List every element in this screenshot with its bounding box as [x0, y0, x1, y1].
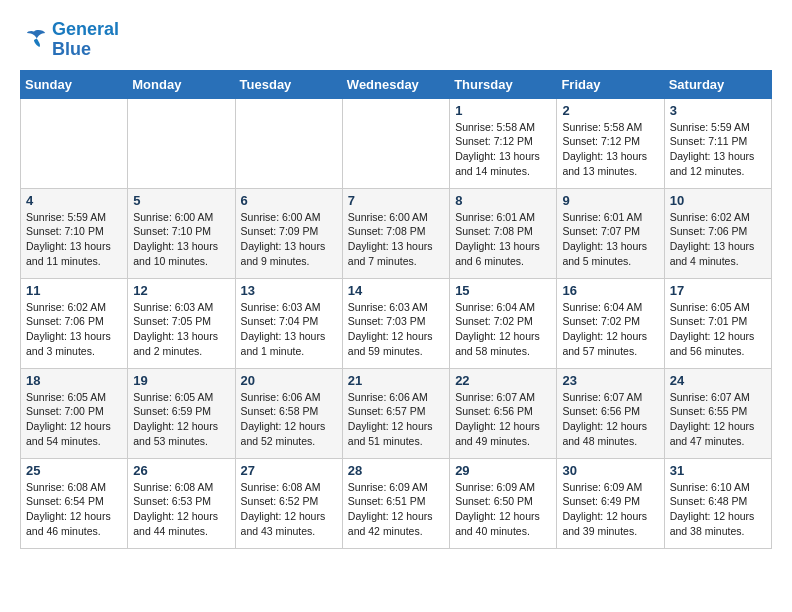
- calendar-cell: 5Sunrise: 6:00 AM Sunset: 7:10 PM Daylig…: [128, 188, 235, 278]
- day-info: Sunrise: 5:58 AM Sunset: 7:12 PM Dayligh…: [562, 120, 658, 179]
- calendar-cell: 13Sunrise: 6:03 AM Sunset: 7:04 PM Dayli…: [235, 278, 342, 368]
- day-info: Sunrise: 6:05 AM Sunset: 7:00 PM Dayligh…: [26, 390, 122, 449]
- day-info: Sunrise: 6:00 AM Sunset: 7:08 PM Dayligh…: [348, 210, 444, 269]
- day-info: Sunrise: 6:10 AM Sunset: 6:48 PM Dayligh…: [670, 480, 766, 539]
- day-info: Sunrise: 6:06 AM Sunset: 6:58 PM Dayligh…: [241, 390, 337, 449]
- day-number: 21: [348, 373, 444, 388]
- day-info: Sunrise: 6:01 AM Sunset: 7:08 PM Dayligh…: [455, 210, 551, 269]
- calendar-cell: 6Sunrise: 6:00 AM Sunset: 7:09 PM Daylig…: [235, 188, 342, 278]
- calendar-cell: 28Sunrise: 6:09 AM Sunset: 6:51 PM Dayli…: [342, 458, 449, 548]
- calendar-cell: 29Sunrise: 6:09 AM Sunset: 6:50 PM Dayli…: [450, 458, 557, 548]
- day-info: Sunrise: 6:04 AM Sunset: 7:02 PM Dayligh…: [562, 300, 658, 359]
- calendar-cell: 15Sunrise: 6:04 AM Sunset: 7:02 PM Dayli…: [450, 278, 557, 368]
- day-info: Sunrise: 6:09 AM Sunset: 6:51 PM Dayligh…: [348, 480, 444, 539]
- day-info: Sunrise: 6:08 AM Sunset: 6:54 PM Dayligh…: [26, 480, 122, 539]
- day-number: 19: [133, 373, 229, 388]
- day-number: 26: [133, 463, 229, 478]
- logo-text: General Blue: [52, 20, 119, 60]
- day-number: 1: [455, 103, 551, 118]
- column-header-monday: Monday: [128, 70, 235, 98]
- day-number: 15: [455, 283, 551, 298]
- calendar-cell: 10Sunrise: 6:02 AM Sunset: 7:06 PM Dayli…: [664, 188, 771, 278]
- calendar-header-row: SundayMondayTuesdayWednesdayThursdayFrid…: [21, 70, 772, 98]
- column-header-tuesday: Tuesday: [235, 70, 342, 98]
- day-info: Sunrise: 6:00 AM Sunset: 7:10 PM Dayligh…: [133, 210, 229, 269]
- day-number: 16: [562, 283, 658, 298]
- day-number: 22: [455, 373, 551, 388]
- day-number: 17: [670, 283, 766, 298]
- day-number: 14: [348, 283, 444, 298]
- day-number: 30: [562, 463, 658, 478]
- day-info: Sunrise: 6:02 AM Sunset: 7:06 PM Dayligh…: [26, 300, 122, 359]
- day-info: Sunrise: 6:07 AM Sunset: 6:56 PM Dayligh…: [562, 390, 658, 449]
- column-header-friday: Friday: [557, 70, 664, 98]
- calendar-week-row: 4Sunrise: 5:59 AM Sunset: 7:10 PM Daylig…: [21, 188, 772, 278]
- day-number: 7: [348, 193, 444, 208]
- calendar-cell: 23Sunrise: 6:07 AM Sunset: 6:56 PM Dayli…: [557, 368, 664, 458]
- day-number: 29: [455, 463, 551, 478]
- day-info: Sunrise: 6:00 AM Sunset: 7:09 PM Dayligh…: [241, 210, 337, 269]
- day-info: Sunrise: 6:03 AM Sunset: 7:04 PM Dayligh…: [241, 300, 337, 359]
- calendar-cell: [21, 98, 128, 188]
- calendar-cell: 16Sunrise: 6:04 AM Sunset: 7:02 PM Dayli…: [557, 278, 664, 368]
- calendar-cell: 1Sunrise: 5:58 AM Sunset: 7:12 PM Daylig…: [450, 98, 557, 188]
- day-info: Sunrise: 6:03 AM Sunset: 7:05 PM Dayligh…: [133, 300, 229, 359]
- day-number: 28: [348, 463, 444, 478]
- calendar-cell: 26Sunrise: 6:08 AM Sunset: 6:53 PM Dayli…: [128, 458, 235, 548]
- day-number: 24: [670, 373, 766, 388]
- day-info: Sunrise: 6:05 AM Sunset: 6:59 PM Dayligh…: [133, 390, 229, 449]
- calendar-cell: [128, 98, 235, 188]
- calendar-cell: 3Sunrise: 5:59 AM Sunset: 7:11 PM Daylig…: [664, 98, 771, 188]
- day-info: Sunrise: 6:07 AM Sunset: 6:55 PM Dayligh…: [670, 390, 766, 449]
- calendar-cell: 20Sunrise: 6:06 AM Sunset: 6:58 PM Dayli…: [235, 368, 342, 458]
- day-info: Sunrise: 6:09 AM Sunset: 6:50 PM Dayligh…: [455, 480, 551, 539]
- day-number: 8: [455, 193, 551, 208]
- calendar-cell: [235, 98, 342, 188]
- day-number: 2: [562, 103, 658, 118]
- day-info: Sunrise: 6:07 AM Sunset: 6:56 PM Dayligh…: [455, 390, 551, 449]
- calendar-cell: 8Sunrise: 6:01 AM Sunset: 7:08 PM Daylig…: [450, 188, 557, 278]
- day-info: Sunrise: 5:58 AM Sunset: 7:12 PM Dayligh…: [455, 120, 551, 179]
- day-info: Sunrise: 6:04 AM Sunset: 7:02 PM Dayligh…: [455, 300, 551, 359]
- day-info: Sunrise: 6:08 AM Sunset: 6:52 PM Dayligh…: [241, 480, 337, 539]
- day-number: 25: [26, 463, 122, 478]
- column-header-sunday: Sunday: [21, 70, 128, 98]
- calendar-week-row: 11Sunrise: 6:02 AM Sunset: 7:06 PM Dayli…: [21, 278, 772, 368]
- day-number: 6: [241, 193, 337, 208]
- calendar-cell: 14Sunrise: 6:03 AM Sunset: 7:03 PM Dayli…: [342, 278, 449, 368]
- calendar-cell: 22Sunrise: 6:07 AM Sunset: 6:56 PM Dayli…: [450, 368, 557, 458]
- calendar-cell: 30Sunrise: 6:09 AM Sunset: 6:49 PM Dayli…: [557, 458, 664, 548]
- calendar-week-row: 25Sunrise: 6:08 AM Sunset: 6:54 PM Dayli…: [21, 458, 772, 548]
- calendar-table: SundayMondayTuesdayWednesdayThursdayFrid…: [20, 70, 772, 549]
- day-number: 9: [562, 193, 658, 208]
- day-info: Sunrise: 5:59 AM Sunset: 7:10 PM Dayligh…: [26, 210, 122, 269]
- day-number: 23: [562, 373, 658, 388]
- calendar-cell: 25Sunrise: 6:08 AM Sunset: 6:54 PM Dayli…: [21, 458, 128, 548]
- calendar-cell: 9Sunrise: 6:01 AM Sunset: 7:07 PM Daylig…: [557, 188, 664, 278]
- day-number: 13: [241, 283, 337, 298]
- day-number: 20: [241, 373, 337, 388]
- day-number: 4: [26, 193, 122, 208]
- calendar-cell: 12Sunrise: 6:03 AM Sunset: 7:05 PM Dayli…: [128, 278, 235, 368]
- day-info: Sunrise: 5:59 AM Sunset: 7:11 PM Dayligh…: [670, 120, 766, 179]
- day-number: 3: [670, 103, 766, 118]
- logo: General Blue: [20, 20, 119, 60]
- day-number: 31: [670, 463, 766, 478]
- calendar-cell: 31Sunrise: 6:10 AM Sunset: 6:48 PM Dayli…: [664, 458, 771, 548]
- day-number: 5: [133, 193, 229, 208]
- calendar-cell: 2Sunrise: 5:58 AM Sunset: 7:12 PM Daylig…: [557, 98, 664, 188]
- day-info: Sunrise: 6:03 AM Sunset: 7:03 PM Dayligh…: [348, 300, 444, 359]
- day-number: 12: [133, 283, 229, 298]
- calendar-cell: 24Sunrise: 6:07 AM Sunset: 6:55 PM Dayli…: [664, 368, 771, 458]
- calendar-cell: 21Sunrise: 6:06 AM Sunset: 6:57 PM Dayli…: [342, 368, 449, 458]
- day-info: Sunrise: 6:01 AM Sunset: 7:07 PM Dayligh…: [562, 210, 658, 269]
- day-info: Sunrise: 6:09 AM Sunset: 6:49 PM Dayligh…: [562, 480, 658, 539]
- calendar-cell: 18Sunrise: 6:05 AM Sunset: 7:00 PM Dayli…: [21, 368, 128, 458]
- page-header: General Blue: [20, 20, 772, 60]
- calendar-week-row: 1Sunrise: 5:58 AM Sunset: 7:12 PM Daylig…: [21, 98, 772, 188]
- calendar-cell: 7Sunrise: 6:00 AM Sunset: 7:08 PM Daylig…: [342, 188, 449, 278]
- calendar-cell: 17Sunrise: 6:05 AM Sunset: 7:01 PM Dayli…: [664, 278, 771, 368]
- day-info: Sunrise: 6:08 AM Sunset: 6:53 PM Dayligh…: [133, 480, 229, 539]
- calendar-cell: [342, 98, 449, 188]
- day-number: 10: [670, 193, 766, 208]
